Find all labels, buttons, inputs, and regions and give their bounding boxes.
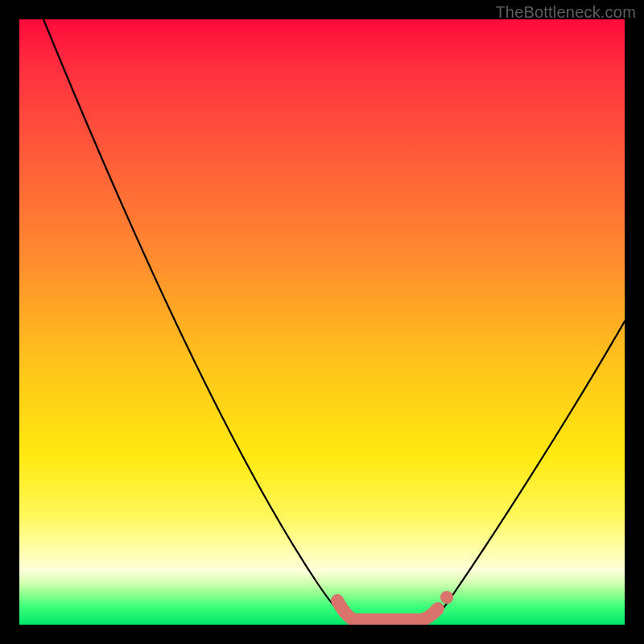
plot-area	[19, 19, 625, 625]
watermark-text: TheBottleneck.com	[495, 3, 636, 22]
optimal-zone-highlight	[337, 601, 438, 620]
optimal-zone-end-marker	[440, 591, 453, 604]
curve-path	[43, 19, 625, 621]
bottleneck-curve	[19, 19, 625, 625]
chart-frame: TheBottleneck.com	[0, 0, 644, 644]
